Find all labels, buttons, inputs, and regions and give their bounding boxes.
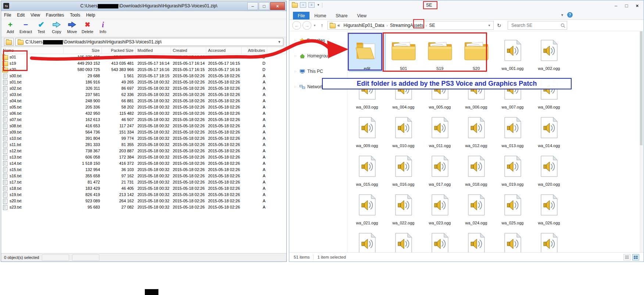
file-tile[interactable]: wa_016.ogg [385, 149, 422, 187]
table-row[interactable]: s20.txt 923 089 264 162 2015-05-18 00:32… [1, 198, 286, 204]
file-tile[interactable]: S19 [422, 33, 458, 71]
column-created[interactable]: Created [171, 47, 206, 54]
file-tile[interactable]: wa_006.ogg [458, 71, 494, 110]
table-row[interactable]: s13.txt 606 058 172 384 2015-05-18 00:32… [1, 154, 286, 160]
address-dropdown-icon[interactable]: ▼ [486, 24, 492, 27]
tab-view[interactable]: View [352, 12, 371, 19]
column-packed-size[interactable]: Packed Size [102, 47, 136, 54]
forward-button[interactable]: → [303, 21, 311, 30]
expand-arrow-icon[interactable]: ▷ [294, 70, 297, 73]
column-name[interactable]: Name [1, 47, 64, 54]
maximize-button[interactable]: □ [621, 2, 632, 9]
menu-file[interactable]: File [1, 12, 14, 18]
column-size[interactable]: Size [64, 47, 102, 54]
delete-button[interactable]: ✖ Delete [80, 20, 95, 34]
file-tile[interactable]: wa_020.ogg [531, 149, 567, 187]
file-tile[interactable]: wa_022.ogg [385, 187, 422, 226]
file-tile[interactable]: wa_011.ogg [422, 110, 458, 149]
vertical-scrollbar[interactable] [640, 31, 643, 253]
menu-favorites[interactable]: Favorites [43, 12, 67, 18]
qat-dropdown-icon[interactable]: ▼ [317, 3, 320, 7]
table-row[interactable]: s03.txt 237 581 62 336 2015-05-18 00:32 … [1, 92, 286, 98]
7zip-titlebar[interactable]: 7z C:\Users\Downloads\Higurashi\Higurash… [1, 1, 286, 11]
ribbon-expand-chevron-icon[interactable]: ▼ [561, 13, 564, 17]
file-tile[interactable]: wa_008.ogg [531, 71, 567, 110]
tab-home[interactable]: Home [310, 12, 331, 19]
close-button[interactable]: × [632, 2, 643, 9]
file-tile[interactable] [458, 226, 494, 253]
sidebar-item-this-pc[interactable]: ▷ This PC [289, 67, 347, 75]
column-attributes[interactable]: Attributes [242, 47, 267, 54]
file-tile[interactable]: wa_017.ogg [422, 149, 458, 187]
menu-tools[interactable]: Tools [67, 12, 83, 18]
expand-arrow-icon[interactable]: ▷ [294, 85, 297, 88]
tab-share[interactable]: Share [331, 12, 352, 19]
menu-view[interactable]: View [28, 12, 43, 18]
file-tile[interactable] [531, 226, 567, 253]
file-tile[interactable]: S20 [458, 33, 494, 71]
expand-arrow-icon[interactable]: ▷ [294, 39, 297, 42]
breadcrumb-item[interactable]: HigurashiEp01_Data [342, 22, 386, 29]
extract-button[interactable]: − Extract [18, 20, 33, 34]
sidebar-item-homegroup[interactable]: ▷ Homegroup [289, 52, 347, 60]
table-row[interactable]: s17.txt 81 472 21 731 2015-05-18 00:32 2… [1, 179, 286, 185]
file-tile[interactable] [385, 226, 422, 253]
minimize-button[interactable]: – [247, 2, 258, 10]
table-row[interactable]: s23.txt 95 683 27 082 2015-05-18 00:32 2… [1, 204, 286, 210]
close-button[interactable]: × [270, 2, 285, 10]
file-tile[interactable]: wa_024.ogg [458, 187, 494, 226]
column-accessed[interactable]: Accessed [206, 47, 242, 54]
search-input[interactable] [511, 22, 561, 28]
breadcrumb-item[interactable]: SE [427, 22, 437, 29]
table-row[interactable]: s08.txt 416 653 117 247 2015-05-18 00:32… [1, 123, 286, 129]
table-row[interactable]: s16.txt 355 658 97 162 2015-05-18 00:32 … [1, 173, 286, 179]
file-tile[interactable]: wa_009.ogg [349, 110, 385, 149]
maximize-button[interactable]: □ [259, 2, 269, 10]
table-row[interactable]: s06.txt 432 950 115 482 2015-05-18 00:32… [1, 110, 286, 117]
table-row[interactable]: s20 580 093 725 543 383 966 2015-05-17 1… [1, 67, 286, 73]
file-tile[interactable]: S01 [385, 33, 422, 71]
table-row[interactable]: s19.txt 826 419 213 142 2015-05-18 00:32… [1, 192, 286, 198]
table-row[interactable]: s02.txt 326 311 86 697 2015-05-18 00:32 … [1, 85, 286, 92]
file-tile[interactable]: wa_026.ogg [531, 187, 567, 226]
file-tile[interactable]: wa_012.ogg [458, 110, 494, 149]
copy-button[interactable]: Copy [49, 20, 64, 34]
table-row[interactable]: s04.txt 248 900 66 881 2015-05-18 00:32 … [1, 98, 286, 104]
table-row[interactable]: s07.txt 162 613 46 507 2015-05-18 00:32 … [1, 117, 286, 123]
history-dropdown-icon[interactable]: ▼ [313, 24, 316, 27]
test-button[interactable]: ✔ Test [33, 20, 49, 34]
file-tile[interactable]: wa_004.ogg [385, 71, 422, 110]
breadcrumb-item[interactable]: StreamingAssets [388, 22, 425, 29]
file-tile[interactable]: wa_007.ogg [494, 71, 531, 110]
file-tile[interactable]: edit [349, 33, 385, 71]
tab-file[interactable]: File [293, 12, 310, 19]
table-row[interactable]: s01 105 376 481 97 591 709 2015-05-17 16… [1, 54, 286, 60]
large-icons-view-button[interactable] [632, 254, 639, 260]
file-tile[interactable]: wa_013.ogg [494, 110, 531, 149]
minimize-button[interactable]: – [611, 2, 621, 9]
breadcrumb-overflow[interactable]: « [336, 22, 342, 29]
file-tile[interactable] [422, 226, 458, 253]
file-tile[interactable] [349, 226, 385, 253]
search-box[interactable] [508, 21, 567, 30]
table-row[interactable]: s12.txt 738 367 203 887 2015-05-18 00:32… [1, 148, 286, 154]
qat-new-folder-icon[interactable]: + [300, 2, 306, 8]
address-bar[interactable]: « HigurashiEp01_Data › StreamingAssets ›… [328, 21, 494, 30]
expand-arrow-icon[interactable]: ▷ [294, 54, 297, 57]
file-tile[interactable] [494, 226, 531, 253]
refresh-icon[interactable]: ↻ [495, 22, 503, 28]
explorer-titlebar[interactable]: + ≡ ▼ SE – □ × [289, 0, 644, 11]
details-view-button[interactable] [623, 254, 630, 260]
table-row[interactable]: s05.txt 205 336 58 202 2015-05-18 00:32 … [1, 104, 286, 110]
add-button[interactable]: + Add [3, 20, 18, 34]
file-tile[interactable]: wa_021.ogg [349, 187, 385, 226]
table-row[interactable]: s18.txt 183 429 46 405 2015-05-18 00:32 … [1, 185, 286, 192]
address-combo[interactable]: C:\Users\Downloads\Higurashi\HigurashiPS… [15, 38, 283, 46]
info-button[interactable]: i Info [95, 20, 111, 34]
file-tile[interactable]: wa_005.ogg [422, 71, 458, 110]
sidebar-item-network[interactable]: ▷ Network [289, 83, 347, 91]
file-tile[interactable]: wa_003.ogg [349, 71, 385, 110]
folder-up-button[interactable] [4, 38, 14, 46]
file-tile[interactable]: wa_015.ogg [349, 149, 385, 187]
scrollbar-thumb[interactable] [640, 31, 643, 145]
